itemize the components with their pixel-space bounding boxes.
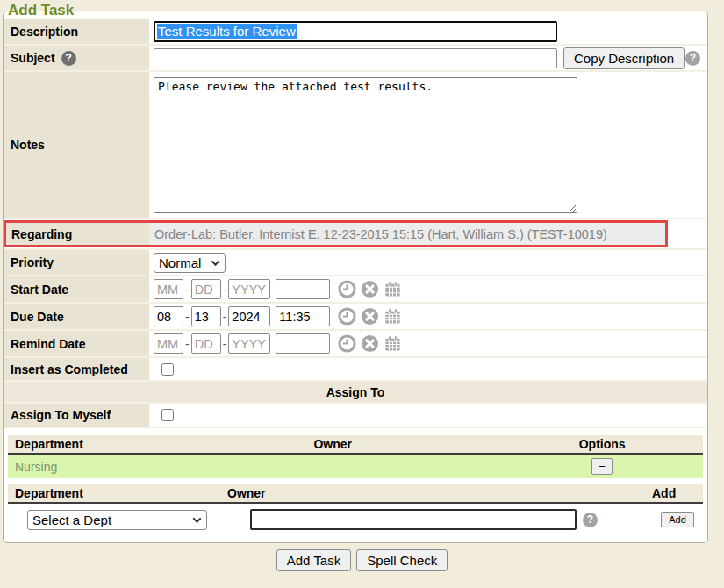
- date-separator: -: [223, 283, 227, 297]
- start-date-day-input[interactable]: [191, 279, 221, 299]
- due-date-year-input[interactable]: [228, 306, 270, 326]
- regarding-text-suffix: ) (TEST-10019): [520, 227, 607, 241]
- clock-icon[interactable]: [338, 307, 356, 326]
- regarding-row: Regarding Order-Lab: Butler, Internist E…: [4, 219, 707, 250]
- notes-label: Notes: [4, 72, 149, 218]
- chevron-down-icon: [211, 257, 220, 266]
- remind-date-label: Remind Date: [4, 331, 149, 356]
- assign-to-myself-checkbox[interactable]: [161, 409, 174, 421]
- page-title: Add Task: [6, 2, 78, 19]
- due-date-day-input[interactable]: [191, 306, 221, 326]
- priority-label: Priority: [4, 250, 149, 275]
- help-icon[interactable]: ?: [583, 513, 598, 527]
- copy-description-button[interactable]: Copy Description: [563, 47, 685, 69]
- insert-as-completed-checkbox[interactable]: [161, 363, 174, 376]
- add-assignment-table: Department Owner Add Select a Dept ? Add: [8, 484, 703, 535]
- insert-as-completed-label: Insert as Completed: [4, 358, 149, 380]
- clear-x-icon[interactable]: [361, 280, 379, 298]
- clear-x-icon[interactable]: [361, 307, 379, 326]
- clock-icon[interactable]: [338, 334, 356, 353]
- clear-x-icon[interactable]: [361, 334, 379, 353]
- insert-as-completed-row: Insert as Completed: [4, 358, 707, 382]
- date-separator: -: [185, 310, 190, 324]
- spell-check-button[interactable]: Spell Check: [356, 549, 448, 571]
- start-date-time-input[interactable]: [276, 279, 330, 299]
- add-column-header: Add: [652, 486, 703, 500]
- add-task-button[interactable]: Add Task: [276, 549, 351, 571]
- start-date-row: Start Date - -: [4, 276, 707, 304]
- date-separator: -: [223, 337, 227, 351]
- due-date-row: Due Date - -: [4, 304, 707, 331]
- department-selected-value: Select a Dept: [32, 513, 111, 527]
- regarding-patient-link[interactable]: Hart, William S.: [432, 227, 520, 241]
- description-selected-text: Test Results for Review: [157, 24, 297, 39]
- remind-date-day-input[interactable]: [191, 333, 221, 354]
- help-icon[interactable]: ?: [61, 51, 76, 66]
- owner-input[interactable]: [250, 509, 577, 530]
- remind-date-year-input[interactable]: [228, 333, 270, 354]
- remove-department-button[interactable]: −: [591, 458, 613, 475]
- assigned-departments-table: Department Owner Options Nursing −: [8, 435, 703, 478]
- department-column-header: Department: [8, 486, 227, 500]
- date-separator: -: [185, 337, 190, 351]
- description-input[interactable]: Test Results for Review: [154, 21, 557, 42]
- owner-column-header: Owner: [227, 486, 652, 500]
- add-task-page: Add Task Description Test Results for Re…: [0, 2, 724, 571]
- assign-to-myself-label: Assign To Myself: [4, 404, 149, 427]
- assigned-department-row: Nursing −: [8, 455, 703, 478]
- subject-label: Subject: [11, 51, 55, 65]
- due-date-label: Due Date: [4, 304, 149, 329]
- assigned-department-name: Nursing: [8, 460, 313, 474]
- owner-column-header: Owner: [313, 437, 501, 451]
- help-icon[interactable]: ?: [685, 51, 700, 66]
- add-assignment-row: Select a Dept ? Add: [8, 504, 703, 535]
- add-assignment-table-header: Department Owner Add: [8, 484, 703, 504]
- clock-icon[interactable]: [338, 280, 356, 298]
- footer-button-bar: Add Task Spell Check: [0, 549, 724, 571]
- priority-selected-value: Normal: [159, 255, 201, 270]
- assign-to-section-header: Assign To: [4, 382, 707, 404]
- chevron-down-icon: [193, 514, 202, 523]
- priority-row: Priority Normal: [4, 250, 707, 276]
- calendar-icon[interactable]: [384, 334, 402, 353]
- priority-select[interactable]: Normal: [154, 253, 226, 273]
- date-separator: -: [185, 283, 190, 297]
- department-column-header: Department: [8, 437, 313, 451]
- due-date-month-input[interactable]: [154, 306, 183, 326]
- notes-textarea[interactable]: Please review the attached test results.: [154, 77, 577, 213]
- regarding-highlight-box: Regarding Order-Lab: Butler, Internist E…: [4, 220, 668, 247]
- subject-input[interactable]: [154, 48, 557, 68]
- start-date-label: Start Date: [4, 276, 149, 302]
- notes-row: Notes Please review the attached test re…: [4, 72, 707, 219]
- assigned-departments-table-header: Department Owner Options: [8, 435, 703, 455]
- calendar-icon[interactable]: [384, 280, 402, 298]
- date-separator: -: [223, 310, 227, 324]
- remind-date-time-input[interactable]: [276, 333, 330, 354]
- add-assignment-button[interactable]: Add: [661, 512, 694, 527]
- regarding-label: Regarding: [6, 223, 149, 245]
- description-row: Description Test Results for Review: [4, 19, 707, 46]
- assign-to-myself-row: Assign To Myself: [4, 404, 707, 428]
- start-date-year-input[interactable]: [228, 279, 270, 299]
- start-date-month-input[interactable]: [154, 279, 183, 299]
- options-column-header: Options: [501, 437, 703, 451]
- remind-date-row: Remind Date - -: [4, 331, 707, 358]
- due-date-time-input[interactable]: [276, 306, 330, 326]
- subject-row: Subject ? Copy Description ?: [4, 46, 707, 72]
- assign-to-header-text: Assign To: [326, 385, 385, 399]
- add-task-panel: Add Task Description Test Results for Re…: [3, 2, 708, 543]
- description-label: Description: [4, 19, 149, 44]
- remind-date-month-input[interactable]: [154, 333, 183, 354]
- department-select[interactable]: Select a Dept: [27, 510, 207, 530]
- regarding-text: Order-Lab: Butler, Internist E. 12-23-20…: [154, 227, 432, 241]
- calendar-icon[interactable]: [384, 307, 402, 326]
- regarding-value: Order-Lab: Butler, Internist E. 12-23-20…: [149, 223, 665, 245]
